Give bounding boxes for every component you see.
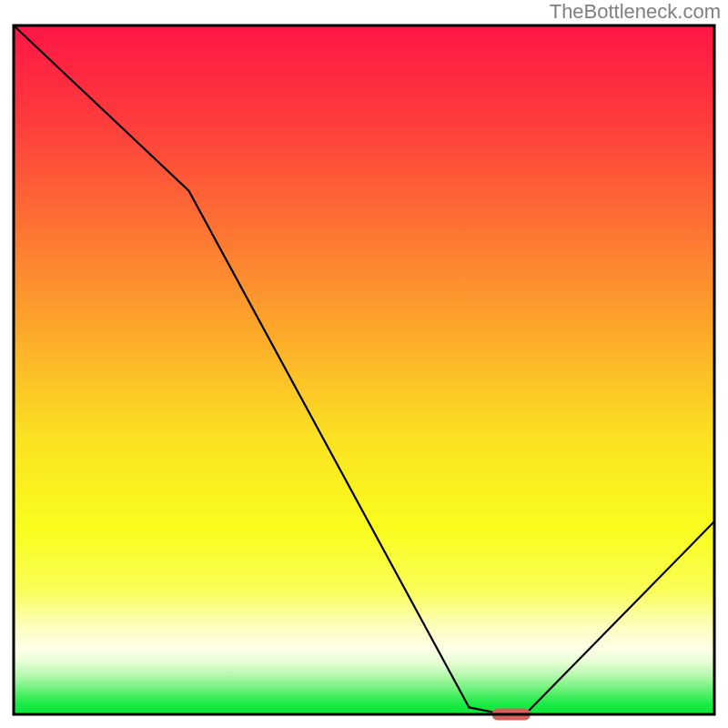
gradient-background [14, 25, 714, 714]
bottleneck-chart [0, 0, 728, 728]
watermark-text: TheBottleneck.com [550, 0, 721, 24]
chart-container: TheBottleneck.com [0, 0, 728, 728]
plot-area [14, 25, 714, 721]
